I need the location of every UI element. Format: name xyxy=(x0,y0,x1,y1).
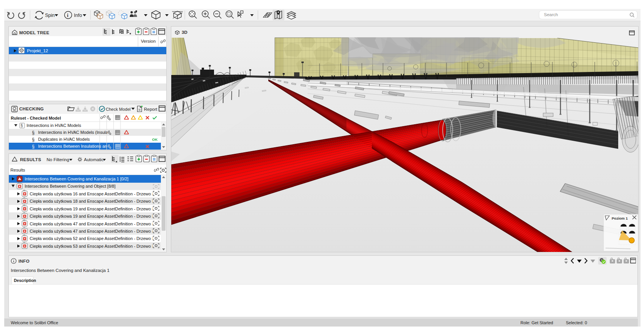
svg-text:Ciepła woda użytkowa 47 and En: Ciepła woda użytkowa 47 and Enscape Asse… xyxy=(30,229,156,233)
svg-text:Info: Info xyxy=(74,13,82,18)
svg-text:i: i xyxy=(67,12,69,18)
svg-text:Report: Report xyxy=(144,107,157,112)
svg-text:Ciepła woda użytkowa 47 and En: Ciepła woda użytkowa 47 and Enscape Asse… xyxy=(30,222,156,226)
svg-text:Intersections Between Covering: Intersections Between Covering and Objec… xyxy=(25,184,115,188)
svg-text:Intersections in HVAC Models (: Intersections in HVAC Models (Insula xyxy=(38,130,108,135)
svg-text:Ciepła woda użytkowa 16 and En: Ciepła woda użytkowa 16 and Enscape Asse… xyxy=(30,192,156,196)
svg-text:Intersections Between Covering: Intersections Between Covering and Kanal… xyxy=(25,177,129,181)
svg-text:OK: OK xyxy=(152,137,157,142)
svg-text:Intersections Between Insulati: Intersections Between Insulations and xyxy=(38,144,109,148)
svg-text:§: § xyxy=(32,137,35,142)
svg-text:Ciepła woda użytkowa 19 and En: Ciepła woda użytkowa 19 and Enscape Asse… xyxy=(30,214,156,218)
svg-text:Ciepła woda użytkowa 18 and En: Ciepła woda użytkowa 18 and Enscape Asse… xyxy=(30,199,156,203)
svg-text:Intesections in HVAC Models: Intesections in HVAC Models xyxy=(27,123,81,128)
svg-text:Poziom 1: Poziom 1 xyxy=(612,216,628,220)
svg-text:Ciepła woda użytkowa 19 and En: Ciepła woda użytkowa 19 and Enscape Asse… xyxy=(30,207,156,211)
svg-text:§: § xyxy=(21,123,23,128)
svg-text:§: § xyxy=(32,144,35,149)
svg-text:Ciepła woda użytkowa 53 and En: Ciepła woda użytkowa 53 and Enscape Asse… xyxy=(30,244,156,248)
svg-text:Spin: Spin xyxy=(45,13,55,18)
svg-text:Ciepła woda użytkowa 52 and En: Ciepła woda użytkowa 52 and Enscape Asse… xyxy=(30,236,156,241)
svg-text:Check Model: Check Model xyxy=(106,107,130,112)
svg-text:Duplicates in HVAC Models: Duplicates in HVAC Models xyxy=(38,137,90,142)
svg-text:§: § xyxy=(32,130,35,135)
